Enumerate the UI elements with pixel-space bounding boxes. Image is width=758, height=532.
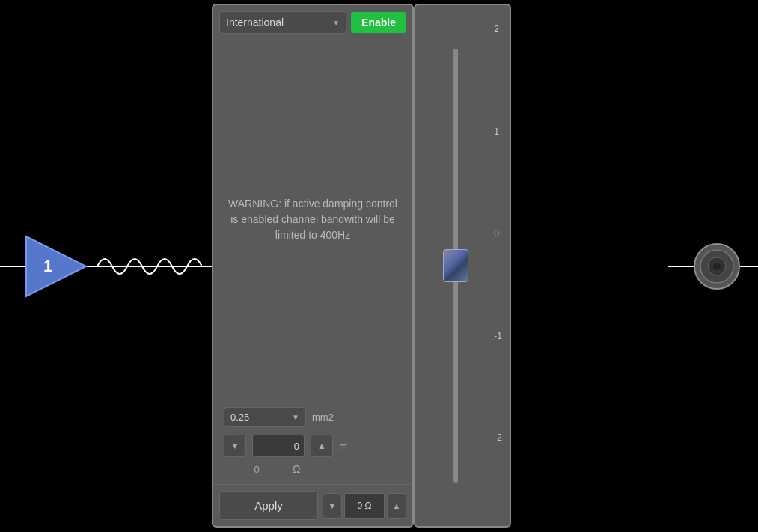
meter-increment-button[interactable]: ▲ (311, 435, 333, 457)
slider-label-neg1: -1 (494, 331, 502, 341)
meter-unit: m (339, 441, 347, 452)
controls-area: 0.25 ▼ mm2 ▼ ▲ m 0 Ω (213, 401, 412, 484)
slider-thumb[interactable] (443, 249, 468, 282)
mm2-value: 0.25 (230, 412, 249, 423)
meter-decrement-button[interactable]: ▼ (224, 435, 246, 457)
slider-label-1: 1 (494, 126, 502, 137)
ohm-display-row: 0 Ω (224, 463, 402, 475)
main-panel: International ▼ Enable WARNING: if activ… (212, 4, 414, 528)
mm2-dropdown-arrow-icon: ▼ (292, 413, 299, 421)
ohm-stepper-input[interactable] (344, 493, 385, 519)
amplifier: 1 (22, 233, 90, 300)
mm2-dropdown[interactable]: 0.25 ▼ (224, 407, 306, 427)
speaker (691, 240, 743, 293)
slider-label-2: 2 (494, 24, 502, 34)
slider-label-0: 0 (494, 228, 502, 239)
warning-area: WARNING: if active damping control is en… (213, 38, 412, 401)
region-label: International (226, 16, 284, 28)
apply-row: Apply ▼ ▲ (213, 484, 412, 526)
apply-button[interactable]: Apply (219, 491, 318, 520)
region-dropdown[interactable]: International ▼ (219, 11, 346, 34)
svg-marker-0 (26, 236, 86, 296)
panel-header: International ▼ Enable (213, 5, 412, 38)
ohm-decrement-button[interactable]: ▼ (323, 493, 342, 519)
dropdown-arrow-icon: ▼ (332, 19, 340, 27)
ohm-increment-button[interactable]: ▲ (387, 493, 406, 519)
ohm-display-unit: Ω (293, 463, 300, 475)
slider-panel: 2 1 0 -1 -2 (414, 4, 511, 528)
meter-input[interactable] (252, 435, 305, 457)
ohm-stepper-group: ▼ ▲ (323, 493, 406, 519)
ohm-down-arrow-icon: ▼ (328, 501, 337, 510)
up-arrow-icon: ▲ (317, 441, 326, 451)
mm2-row: 0.25 ▼ mm2 (224, 407, 402, 427)
ohm-up-arrow-icon: ▲ (393, 501, 401, 510)
enable-button[interactable]: Enable (351, 12, 406, 33)
waveform (97, 244, 202, 289)
slider-container: 2 1 0 -1 -2 (415, 5, 510, 526)
slider-track-area (423, 16, 488, 515)
warning-text: WARNING: if active damping control is en… (228, 196, 397, 243)
svg-point-4 (713, 263, 721, 270)
amplifier-label: 1 (43, 257, 52, 275)
meter-stepper-row: ▼ ▲ m (224, 435, 402, 457)
mm2-unit: mm2 (312, 412, 334, 423)
slider-label-neg2: -2 (494, 432, 502, 443)
ohm-display-value: 0 (227, 464, 287, 475)
down-arrow-icon: ▼ (230, 441, 239, 451)
